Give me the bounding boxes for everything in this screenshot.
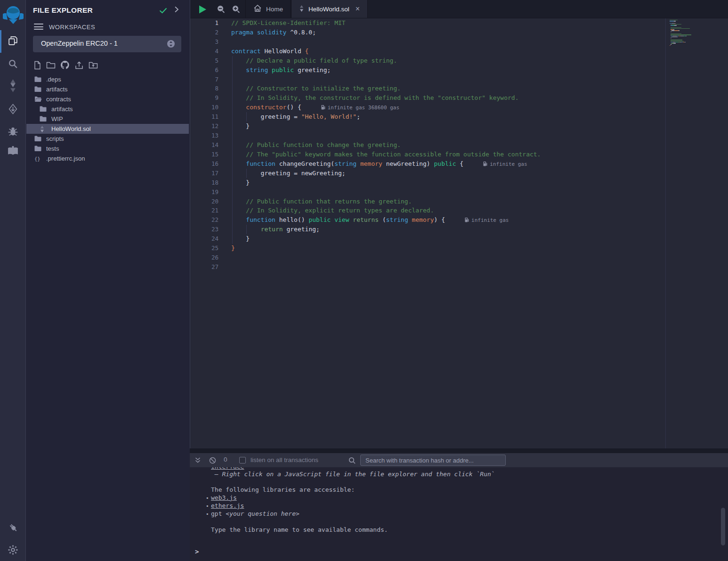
terminal-scrollbar[interactable]	[721, 508, 725, 545]
code-line[interactable]: 2pragma solidity ^0.8.0;	[190, 28, 728, 37]
new-folder-icon[interactable]	[46, 61, 56, 69]
tab-Home[interactable]: Home	[245, 0, 291, 18]
code-line[interactable]: 12 }	[190, 122, 728, 131]
code-line[interactable]: 6 string public greeting;	[190, 65, 728, 75]
terminal-line	[211, 479, 728, 486]
folder-open-icon	[34, 96, 42, 102]
terminal-panel: 0 listen on all transactions interface –…	[190, 453, 728, 561]
code-line[interactable]: 19	[190, 187, 728, 197]
code-line[interactable]: 13	[190, 131, 728, 140]
code-line[interactable]: 15 // The "public" keyword makes the fun…	[190, 150, 728, 159]
code-line[interactable]: 20 // Public function that returns the g…	[190, 197, 728, 206]
editor-area: HomeHelloWorld.sol× 1// SPDX-License-Ide…	[190, 0, 728, 448]
terminal-link[interactable]: web3.js	[211, 494, 237, 501]
workspace-switch-icon[interactable]	[167, 40, 175, 50]
code-line[interactable]: 10 constructor() {infinite gas 368600 ga…	[190, 103, 728, 112]
tree-item-label: .deps	[46, 76, 61, 83]
folder-icon	[34, 136, 42, 142]
code-line[interactable]: 23 return greeting;	[190, 225, 728, 234]
line-number: 2	[190, 28, 218, 37]
code-line[interactable]: 27	[190, 262, 728, 272]
terminal-prompt[interactable]: >	[195, 548, 199, 555]
tree-item-tests[interactable]: tests	[26, 144, 189, 154]
tab-HelloWorld.sol[interactable]: HelloWorld.sol×	[291, 0, 368, 18]
code-editor[interactable]: 1// SPDX-License-Identifier: MIT2pragma …	[190, 18, 728, 448]
file-explorer-panel: FILE EXPLORER WORKSPACES OpenZeppelin ER…	[26, 0, 190, 561]
file-tree: .depsartifactscontractsartifactsWIPHello…	[26, 74, 189, 163]
tree-item-label: scripts	[46, 135, 64, 142]
tree-item-artifacts[interactable]: artifacts	[26, 84, 189, 94]
check-icon[interactable]	[159, 7, 167, 16]
expand-terminal-icon[interactable]	[194, 457, 201, 465]
tab-label: Home	[266, 6, 283, 13]
code-line[interactable]: 3	[190, 37, 728, 47]
line-number: 9	[190, 93, 218, 103]
search-icon[interactable]	[0, 58, 26, 69]
code-line[interactable]: 26	[190, 253, 728, 262]
code-line[interactable]: 22 function hello() public view returns …	[190, 215, 728, 225]
plugin-manager-icon[interactable]	[0, 522, 26, 534]
terminal-link[interactable]: interface	[211, 467, 244, 470]
terminal-toolbar: 0 listen on all transactions	[190, 453, 728, 467]
hamburger-menu-icon[interactable]	[34, 24, 43, 32]
code-line[interactable]: 17 greeting = newGreeting;	[190, 169, 728, 178]
code-line[interactable]: 9 // In Solidity, the constructor is def…	[190, 93, 728, 103]
line-number: 23	[190, 225, 218, 234]
clear-console-icon[interactable]	[209, 457, 216, 466]
solidity-compiler-icon[interactable]	[0, 79, 26, 92]
upload-file-icon[interactable]	[74, 61, 84, 70]
new-file-icon[interactable]	[33, 61, 41, 70]
code-line[interactable]: 21 // In Solidity, explicit return types…	[190, 206, 728, 215]
zoom-out-icon[interactable]	[217, 5, 225, 15]
settings-icon[interactable]	[0, 545, 26, 555]
code-line[interactable]: 16 function changeGreeting(string memory…	[190, 159, 728, 169]
terminal-resize-handle[interactable]	[190, 448, 728, 453]
upload-folder-icon[interactable]	[89, 61, 98, 69]
line-number: 5	[190, 56, 218, 65]
chevron-right-icon[interactable]	[174, 6, 179, 15]
line-number: 14	[190, 140, 218, 150]
tree-item-scripts[interactable]: scripts	[26, 134, 189, 144]
listen-checkbox[interactable]	[239, 457, 246, 463]
github-clone-icon[interactable]	[60, 60, 70, 70]
editor-minimap[interactable]	[665, 18, 722, 448]
tree-item-WIP[interactable]: WIP	[26, 114, 189, 124]
terminal-line: The following libraries are accessible:	[211, 486, 728, 494]
terminal-search-input[interactable]	[360, 455, 506, 466]
tree-item-HelloWorld.sol[interactable]: HelloWorld.sol	[26, 124, 189, 134]
code-line[interactable]: 11 greeting = "Hello, World!";	[190, 112, 728, 122]
tree-item-.prettierrc.json[interactable]: {}.prettierrc.json	[26, 154, 189, 163]
code-line[interactable]: 8 // Constructor to initialize the greet…	[190, 84, 728, 93]
tree-item-.deps[interactable]: .deps	[26, 74, 189, 84]
close-tab-icon[interactable]: ×	[356, 5, 360, 13]
code-line[interactable]: 25}	[190, 244, 728, 253]
tree-item-contracts[interactable]: contracts	[26, 94, 189, 104]
code-line[interactable]: 14 // Public function to change the gree…	[190, 140, 728, 150]
code-line[interactable]: 4contract HelloWorld {	[190, 47, 728, 56]
line-number: 18	[190, 178, 218, 187]
code-line[interactable]: 18 }	[190, 178, 728, 187]
learneth-icon[interactable]	[0, 146, 26, 156]
terminal-line: •web3.js	[206, 494, 728, 502]
zoom-in-icon[interactable]	[232, 5, 240, 15]
line-number: 26	[190, 253, 218, 262]
debugger-icon[interactable]	[0, 126, 26, 136]
code-line[interactable]: 1// SPDX-License-Identifier: MIT	[190, 18, 728, 28]
file-explorer-icon[interactable]	[0, 35, 26, 47]
editor-tabbar: HomeHelloWorld.sol×	[190, 0, 728, 18]
workspace-select[interactable]: OpenZeppelin ERC20 - 1	[33, 36, 181, 52]
indent-guide	[232, 56, 233, 244]
tree-item-label: tests	[46, 145, 59, 152]
terminal-link[interactable]: ethers.js	[211, 502, 244, 509]
code-line[interactable]: 5 // Declare a public field of type stri…	[190, 56, 728, 65]
deploy-run-icon[interactable]	[0, 104, 26, 114]
line-number: 10	[190, 103, 218, 112]
code-line[interactable]: 7	[190, 75, 728, 84]
solidity-icon	[40, 126, 48, 132]
line-number: 4	[190, 47, 218, 56]
tree-item-artifacts[interactable]: artifacts	[26, 104, 189, 114]
terminal-line: Type the library name to see available c…	[211, 526, 728, 534]
run-script-button[interactable]	[198, 5, 207, 16]
workspaces-label: WORKSPACES	[49, 24, 95, 31]
code-line[interactable]: 24 }	[190, 234, 728, 244]
